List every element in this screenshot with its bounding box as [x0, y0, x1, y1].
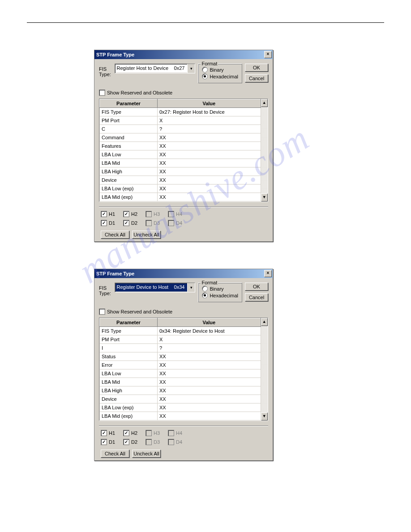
- port-checkbox: [168, 220, 174, 226]
- scroll-up-icon[interactable]: ▲: [261, 318, 268, 326]
- port-checkbox-label: D3: [154, 220, 160, 226]
- parameter-table: ParameterValueFIS Type0x27: Register Hos…: [99, 99, 261, 202]
- col-parameter[interactable]: Parameter: [100, 318, 158, 327]
- radio-binary[interactable]: [202, 286, 208, 292]
- port-checkbox[interactable]: [101, 220, 107, 226]
- uncheck-all-button[interactable]: Uncheck All: [132, 450, 161, 458]
- scroll-up-icon[interactable]: ▲: [261, 99, 268, 107]
- show-reserved-checkbox[interactable]: [99, 309, 105, 315]
- table-row[interactable]: PM PortX: [100, 116, 261, 125]
- vertical-scrollbar[interactable]: ▲▼: [261, 318, 268, 420]
- table-row[interactable]: LBA Mid (exp)XX: [100, 412, 261, 420]
- cell-parameter: LBA Low (exp): [100, 184, 158, 193]
- table-row[interactable]: StatusXX: [100, 352, 261, 361]
- close-icon[interactable]: ×: [264, 270, 272, 277]
- close-icon[interactable]: ×: [264, 51, 272, 58]
- table-row[interactable]: LBA HighXX: [100, 167, 261, 176]
- cell-value: XX: [158, 395, 261, 403]
- table-row[interactable]: LBA Mid (exp)XX: [100, 193, 261, 202]
- col-parameter[interactable]: Parameter: [100, 99, 158, 108]
- radio-hex-label: Hexadecimal: [210, 293, 238, 298]
- radio-binary-label: Binary: [210, 67, 223, 73]
- table-row[interactable]: LBA HighXX: [100, 386, 261, 395]
- cell-value: XX: [158, 361, 261, 369]
- scroll-down-icon[interactable]: ▼: [261, 193, 268, 202]
- port-checkbox: [146, 439, 152, 445]
- fis-type-combo[interactable]: Register Device to Host0x34: [115, 283, 196, 292]
- chevron-down-icon[interactable]: [187, 64, 195, 73]
- radio-binary-label: Binary: [210, 286, 223, 292]
- radio-hex[interactable]: [202, 292, 208, 298]
- ok-button[interactable]: OK: [245, 283, 268, 291]
- show-reserved-checkbox[interactable]: [99, 90, 105, 96]
- port-checkbox[interactable]: [101, 211, 107, 217]
- table-row[interactable]: LBA Low (exp)XX: [100, 403, 261, 412]
- cell-value: 0x27: Register Host to Device: [158, 108, 261, 116]
- table-row[interactable]: LBA MidXX: [100, 159, 261, 167]
- cell-parameter: PM Port: [100, 116, 158, 125]
- check-all-button[interactable]: Check All: [101, 231, 129, 239]
- port-checkbox[interactable]: [123, 220, 129, 226]
- cell-value: XX: [158, 193, 261, 202]
- cancel-button[interactable]: Cancel: [245, 293, 268, 301]
- table-row[interactable]: PM PortX: [100, 335, 261, 344]
- parameter-table-wrap: ParameterValueFIS Type0x34: Register Dev…: [99, 317, 268, 421]
- cell-value: ?: [158, 344, 261, 352]
- format-legend: Format: [201, 61, 218, 66]
- radio-binary[interactable]: [202, 67, 208, 73]
- port-checkbox-label: D3: [154, 439, 160, 445]
- radio-hex[interactable]: [202, 73, 208, 79]
- format-legend: Format: [201, 280, 218, 285]
- cell-parameter: LBA High: [100, 167, 158, 176]
- scroll-down-icon[interactable]: ▼: [261, 412, 268, 420]
- dialog-title: STP Frame Type: [96, 52, 134, 57]
- check-all-button[interactable]: Check All: [101, 450, 129, 458]
- table-row[interactable]: FeaturesXX: [100, 142, 261, 150]
- table-row[interactable]: DeviceXX: [100, 176, 261, 184]
- port-checkbox[interactable]: [101, 430, 107, 436]
- fis-type-label: FIS Type:: [99, 283, 112, 296]
- fis-type-value: Register Host to Device: [115, 64, 172, 73]
- ok-button[interactable]: OK: [245, 64, 268, 72]
- cell-parameter: LBA Low (exp): [100, 403, 158, 412]
- table-row[interactable]: LBA LowXX: [100, 369, 261, 378]
- table-row[interactable]: CommandXX: [100, 133, 261, 142]
- cell-value: XX: [158, 386, 261, 395]
- port-checkbox-label: D1: [109, 220, 115, 226]
- table-row[interactable]: LBA MidXX: [100, 378, 261, 386]
- port-checkbox[interactable]: [101, 439, 107, 445]
- cell-value: XX: [158, 378, 261, 386]
- table-row[interactable]: FIS Type0x27: Register Host to Device: [100, 108, 261, 116]
- parameter-table-wrap: ParameterValueFIS Type0x27: Register Hos…: [99, 99, 268, 202]
- radio-hex-label: Hexadecimal: [210, 74, 238, 79]
- table-row[interactable]: I?: [100, 344, 261, 352]
- cell-value: X: [158, 116, 261, 125]
- port-checkbox[interactable]: [123, 211, 129, 217]
- chevron-down-icon[interactable]: [187, 283, 195, 292]
- table-row[interactable]: ErrorXX: [100, 361, 261, 369]
- table-row[interactable]: LBA LowXX: [100, 150, 261, 159]
- vertical-scrollbar[interactable]: ▲▼: [261, 99, 268, 202]
- cancel-button[interactable]: Cancel: [245, 74, 268, 82]
- table-row[interactable]: C?: [100, 125, 261, 133]
- port-checkbox[interactable]: [123, 430, 129, 436]
- port-checkbox-label: H1: [109, 211, 115, 217]
- port-checkbox[interactable]: [123, 439, 129, 445]
- table-row[interactable]: LBA Low (exp)XX: [100, 184, 261, 193]
- scroll-track[interactable]: [261, 326, 268, 412]
- dialog-titlebar: STP Frame Type×: [94, 50, 273, 59]
- col-value[interactable]: Value: [158, 318, 261, 327]
- cell-parameter: Device: [100, 395, 158, 403]
- port-checkbox-label: D4: [176, 439, 182, 445]
- table-row[interactable]: DeviceXX: [100, 395, 261, 403]
- cell-value: 0x34: Register Device to Host: [158, 327, 261, 335]
- port-checkbox-label: D2: [131, 220, 137, 226]
- col-value[interactable]: Value: [158, 99, 261, 108]
- table-row[interactable]: FIS Type0x34: Register Device to Host: [100, 327, 261, 335]
- cell-parameter: FIS Type: [100, 327, 158, 335]
- port-checkbox-label: H2: [131, 430, 137, 436]
- port-checkbox-label: H3: [154, 211, 160, 217]
- scroll-track[interactable]: [261, 107, 268, 193]
- fis-type-combo[interactable]: Register Host to Device0x27: [115, 64, 196, 73]
- uncheck-all-button[interactable]: Uncheck All: [132, 231, 161, 239]
